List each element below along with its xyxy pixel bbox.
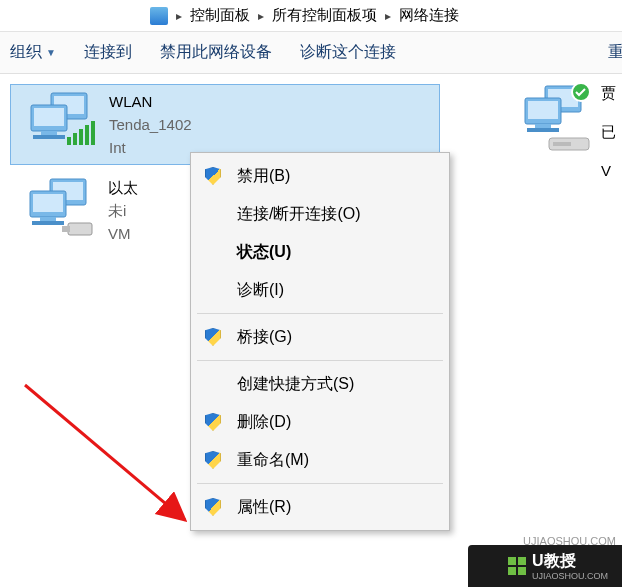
breadcrumb-item[interactable]: 所有控制面板项 (272, 6, 377, 25)
menu-separator (197, 313, 443, 314)
partial-line: V (601, 162, 616, 179)
svg-rect-14 (528, 101, 558, 119)
brand-text: U教授 (532, 552, 576, 569)
partial-line: 贾 (601, 84, 616, 103)
connect-to-label: 连接到 (84, 42, 132, 63)
adapter-partial-right[interactable]: 贾 已 V (513, 84, 616, 179)
svg-rect-25 (32, 221, 64, 225)
menu-properties[interactable]: 属性(R) (191, 488, 449, 526)
svg-rect-23 (33, 194, 63, 212)
adapter-status: 未i (108, 200, 138, 221)
more-button[interactable]: 重 (608, 42, 622, 63)
blank-icon (205, 205, 223, 223)
svg-rect-27 (62, 226, 70, 232)
blank-icon (205, 281, 223, 299)
svg-rect-8 (79, 129, 83, 145)
adapter-ssid: Tenda_1402 (109, 114, 192, 135)
menu-separator (197, 483, 443, 484)
disable-device-button[interactable]: 禁用此网络设备 (160, 42, 272, 63)
adapter-partial-text: 贾 已 V (601, 84, 616, 179)
adapter-driver: VM (108, 223, 138, 244)
menu-bridge[interactable]: 桥接(G) (191, 318, 449, 356)
adapter-eth-text: 以太 未i VM (108, 177, 138, 244)
svg-rect-5 (33, 135, 65, 139)
breadcrumb-item[interactable]: 控制面板 (190, 6, 250, 25)
svg-rect-9 (85, 125, 89, 145)
svg-rect-26 (68, 223, 92, 235)
toolbar: 组织 ▼ 连接到 禁用此网络设备 诊断这个连接 重 (0, 32, 622, 74)
menu-create-shortcut[interactable]: 创建快捷方式(S) (191, 365, 449, 403)
adapter-driver: Int (109, 137, 192, 158)
menu-delete[interactable]: 删除(D) (191, 403, 449, 441)
menu-label: 桥接(G) (237, 327, 292, 348)
svg-rect-15 (535, 124, 551, 128)
chevron-right-icon: ▸ (258, 9, 264, 23)
breadcrumb-item[interactable]: 网络连接 (399, 6, 459, 25)
chevron-right-icon: ▸ (176, 9, 182, 23)
brand-logo-icon (508, 557, 526, 575)
connect-to-button[interactable]: 连接到 (84, 42, 132, 63)
diagnose-label: 诊断这个连接 (300, 42, 396, 63)
menu-label: 删除(D) (237, 412, 291, 433)
svg-rect-16 (527, 128, 559, 132)
diagnose-button[interactable]: 诊断这个连接 (300, 42, 396, 63)
annotation-arrow-icon (20, 380, 210, 540)
network-adapter-icon (513, 84, 593, 159)
network-adapter-icon (18, 177, 98, 237)
menu-diagnose[interactable]: 诊断(I) (191, 271, 449, 309)
svg-rect-3 (34, 108, 64, 126)
menu-label: 禁用(B) (237, 166, 290, 187)
chevron-right-icon: ▸ (385, 9, 391, 23)
svg-rect-19 (553, 142, 571, 146)
shield-icon (205, 413, 223, 431)
menu-label: 创建快捷方式(S) (237, 374, 354, 395)
menu-label: 状态(U) (237, 242, 291, 263)
adapter-name: WLAN (109, 91, 192, 112)
menu-separator (197, 360, 443, 361)
shield-icon (205, 498, 223, 516)
organize-button[interactable]: 组织 ▼ (10, 42, 56, 63)
shield-icon (205, 167, 223, 185)
svg-line-28 (25, 385, 185, 520)
menu-label: 连接/断开连接(O) (237, 204, 361, 225)
more-label: 重 (608, 42, 622, 63)
organize-label: 组织 (10, 42, 42, 63)
menu-label: 属性(R) (237, 497, 291, 518)
adapter-wlan-text: WLAN Tenda_1402 Int (109, 91, 192, 158)
svg-rect-7 (73, 133, 77, 145)
blank-icon (205, 243, 223, 261)
menu-label: 重命名(M) (237, 450, 309, 471)
control-panel-icon (150, 7, 168, 25)
adapter-name: 以太 (108, 177, 138, 198)
partial-line: 已 (601, 123, 616, 142)
watermark-brand: U教授 UJIAOSHOU.COM (468, 545, 622, 587)
breadcrumb: ▸ 控制面板 ▸ 所有控制面板项 ▸ 网络连接 (0, 0, 622, 32)
chevron-down-icon: ▼ (46, 47, 56, 58)
menu-rename[interactable]: 重命名(M) (191, 441, 449, 479)
network-adapter-icon (19, 91, 99, 151)
blank-icon (205, 375, 223, 393)
menu-status[interactable]: 状态(U) (191, 233, 449, 271)
context-menu: 禁用(B) 连接/断开连接(O) 状态(U) 诊断(I) 桥接(G) 创建快捷方… (190, 152, 450, 531)
menu-label: 诊断(I) (237, 280, 284, 301)
menu-disable[interactable]: 禁用(B) (191, 157, 449, 195)
svg-rect-6 (67, 137, 71, 145)
disable-device-label: 禁用此网络设备 (160, 42, 272, 63)
svg-rect-24 (40, 217, 56, 221)
brand-sub: UJIAOSHOU.COM (532, 572, 608, 581)
svg-rect-10 (91, 121, 95, 145)
menu-connect-disconnect[interactable]: 连接/断开连接(O) (191, 195, 449, 233)
svg-rect-4 (41, 131, 57, 135)
shield-icon (205, 328, 223, 346)
shield-icon (205, 451, 223, 469)
